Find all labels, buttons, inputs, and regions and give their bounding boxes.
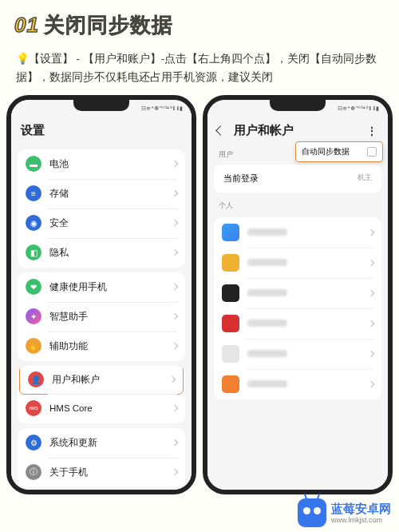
chevron-right-icon bbox=[368, 290, 374, 296]
blurred-label bbox=[247, 350, 287, 357]
chevron-right-icon bbox=[172, 249, 178, 256]
watermark-url: www.lmkjst.com bbox=[331, 516, 391, 525]
chevron-right-icon bbox=[172, 469, 178, 475]
settings-title: 设置 bbox=[21, 123, 45, 138]
watermark: 蓝莓安卓网 www.lmkjst.com bbox=[298, 498, 391, 527]
settings-row[interactable]: HMSHMS Core bbox=[18, 394, 185, 423]
account-app-row[interactable] bbox=[214, 339, 381, 369]
status-bar: ☷≋*☸"ᴴᴰ⁴⁶⫿⫿▮ bbox=[11, 100, 192, 117]
account-app-icon bbox=[222, 345, 239, 363]
status-icons: ☷≋*☸"ᴴᴰ⁴⁶⫿⫿▮ bbox=[338, 105, 380, 112]
chevron-right-icon bbox=[169, 376, 176, 383]
row-label: 智慧助手 bbox=[49, 311, 172, 323]
settings-row[interactable]: ≡存储 bbox=[18, 179, 185, 208]
settings-row[interactable]: 👤用户和帐户 bbox=[19, 366, 184, 395]
notch bbox=[73, 100, 129, 111]
chevron-right-icon bbox=[172, 284, 178, 290]
row-app-icon: 👤 bbox=[28, 371, 44, 387]
blurred-label bbox=[247, 228, 287, 236]
settings-group-about: ⚙系统和更新ⓘ关于手机 bbox=[18, 428, 185, 487]
row-label: 关于手机 bbox=[49, 466, 172, 478]
account-app-list bbox=[214, 217, 381, 399]
current-login-row[interactable]: 当前登录 机主 bbox=[214, 165, 381, 193]
chevron-right-icon bbox=[368, 229, 374, 236]
chevron-right-icon bbox=[172, 190, 178, 197]
chevron-right-icon bbox=[368, 351, 374, 357]
blurred-label bbox=[247, 289, 287, 296]
row-app-icon: ◧ bbox=[26, 244, 41, 260]
settings-header: 设置 bbox=[11, 117, 192, 145]
instruction-text: 💡 【设置】 - 【用户和账户】-点击【右上角四个点】，关闭【自动同步数据】，数… bbox=[0, 46, 399, 95]
settings-row[interactable]: ⓘ关于手机 bbox=[18, 458, 185, 487]
settings-group-smart: ❤健康使用手机✦智慧助手✋辅助功能 bbox=[18, 272, 185, 361]
row-app-icon: ◉ bbox=[26, 215, 41, 231]
account-app-icon bbox=[222, 284, 239, 302]
sync-checkbox[interactable] bbox=[367, 147, 377, 157]
chevron-right-icon bbox=[368, 381, 374, 387]
row-app-icon: ❤ bbox=[26, 279, 41, 295]
section-personal: 个人 bbox=[207, 196, 388, 212]
row-app-icon: ✋ bbox=[26, 338, 41, 354]
settings-row[interactable]: ⚙系统和更新 bbox=[18, 428, 185, 458]
blurred-label bbox=[247, 259, 287, 266]
chevron-right-icon bbox=[172, 313, 178, 320]
row-label: 健康使用手机 bbox=[49, 281, 172, 293]
row-app-icon: HMS bbox=[26, 400, 41, 416]
page-heading: 01关闭同步数据 bbox=[0, 0, 399, 46]
row-app-icon: ⓘ bbox=[26, 464, 41, 480]
account-app-icon bbox=[222, 375, 239, 393]
login-sub: 机主 bbox=[358, 173, 372, 183]
login-label: 当前登录 bbox=[223, 173, 259, 185]
heading-text: 关闭同步数据 bbox=[44, 13, 173, 37]
notch bbox=[270, 100, 326, 111]
account-app-row[interactable] bbox=[214, 369, 381, 399]
row-label: 隐私 bbox=[49, 247, 172, 259]
row-label: 辅助功能 bbox=[49, 340, 172, 352]
watermark-logo-icon bbox=[298, 498, 326, 527]
row-label: 存储 bbox=[49, 188, 172, 200]
more-menu-icon[interactable]: ⋮ bbox=[366, 125, 378, 137]
chevron-right-icon bbox=[172, 343, 178, 349]
accounts-title: 用户和帐户 bbox=[234, 123, 294, 138]
row-label: 系统和更新 bbox=[49, 437, 172, 449]
account-app-row[interactable] bbox=[214, 248, 381, 278]
account-app-row[interactable] bbox=[214, 217, 381, 248]
heading-number: 01 bbox=[14, 13, 39, 37]
row-app-icon: ✦ bbox=[26, 308, 41, 324]
settings-row[interactable]: ◧隐私 bbox=[18, 238, 185, 268]
settings-row[interactable]: ✋辅助功能 bbox=[18, 332, 185, 361]
row-label: 电池 bbox=[49, 158, 172, 170]
status-bar: ☷≋*☸"ᴴᴰ⁴⁶⫿⫿▮ bbox=[207, 100, 388, 117]
row-label: HMS Core bbox=[49, 403, 172, 413]
account-app-row[interactable] bbox=[214, 278, 381, 308]
chevron-right-icon bbox=[368, 320, 374, 327]
account-app-icon bbox=[222, 224, 239, 241]
settings-row[interactable]: ✦智慧助手 bbox=[18, 302, 185, 332]
phone-accounts: ☷≋*☸"ᴴᴰ⁴⁶⫿⫿▮ 用户和帐户 ⋮ 自动同步数据 用户 当前登录 机主 个… bbox=[203, 95, 393, 494]
settings-row[interactable]: ▬电池 bbox=[18, 149, 185, 179]
sync-data-popup[interactable]: 自动同步数据 bbox=[295, 141, 383, 162]
chevron-right-icon bbox=[172, 405, 178, 411]
chevron-right-icon bbox=[172, 220, 178, 226]
account-app-row[interactable] bbox=[214, 308, 381, 339]
row-app-icon: ⚙ bbox=[26, 435, 41, 451]
chevron-right-icon bbox=[172, 161, 178, 167]
back-icon[interactable] bbox=[215, 126, 226, 137]
settings-group-system: ▬电池≡存储◉安全◧隐私 bbox=[18, 149, 185, 268]
settings-content: ▬电池≡存储◉安全◧隐私 ❤健康使用手机✦智慧助手✋辅助功能 👤用户和帐户HMS… bbox=[11, 145, 192, 490]
chevron-right-icon bbox=[172, 439, 178, 446]
account-app-icon bbox=[222, 254, 239, 272]
blurred-label bbox=[247, 380, 287, 387]
phone-settings: ☷≋*☸"ᴴᴰ⁴⁶⫿⫿▮ 设置 ▬电池≡存储◉安全◧隐私 ❤健康使用手机✦智慧助… bbox=[6, 95, 196, 494]
row-app-icon: ▬ bbox=[26, 156, 41, 172]
watermark-title: 蓝莓安卓网 bbox=[331, 502, 391, 516]
phones-row: ☷≋*☸"ᴴᴰ⁴⁶⫿⫿▮ 设置 ▬电池≡存储◉安全◧隐私 ❤健康使用手机✦智慧助… bbox=[0, 95, 399, 494]
lightbulb-icon: 💡 bbox=[16, 50, 26, 69]
accounts-content: 用户 当前登录 机主 个人 bbox=[207, 145, 388, 490]
settings-group-account: 👤用户和帐户HMSHMS Core bbox=[18, 366, 185, 423]
row-app-icon: ≡ bbox=[26, 185, 41, 201]
status-icons: ☷≋*☸"ᴴᴰ⁴⁶⫿⫿▮ bbox=[141, 105, 184, 112]
settings-row[interactable]: ◉安全 bbox=[18, 208, 185, 238]
row-label: 安全 bbox=[49, 217, 172, 229]
settings-row[interactable]: ❤健康使用手机 bbox=[18, 272, 185, 302]
